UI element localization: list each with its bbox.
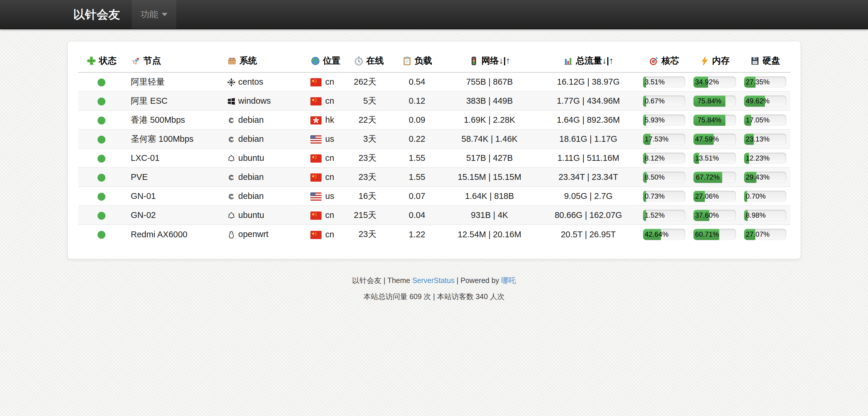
network-cell: 517B | 427B	[441, 149, 538, 168]
network-cell: 1.69K | 2.28K	[441, 111, 538, 129]
footer-site-name: 以针会友	[352, 276, 381, 285]
node-name-cell: 阿里 ESC	[125, 91, 213, 111]
cpu-usage-label: 42.64%	[643, 229, 670, 240]
disk-cell: 23.13%	[740, 129, 790, 149]
location-cell: cn	[297, 91, 345, 111]
footer: 以针会友 | Theme ServerStatus | Powered by 哪…	[0, 276, 868, 301]
traffic-light-icon	[469, 56, 479, 66]
column-header-label: 节点	[144, 56, 161, 65]
stopwatch-icon	[354, 56, 364, 66]
location-code: us	[326, 191, 335, 201]
ram-usage-bar: 34.92%	[693, 77, 736, 88]
ram-usage-label: 75.84%	[693, 95, 726, 107]
cn-flag-icon	[310, 173, 321, 182]
rocket-icon	[131, 56, 141, 66]
load-cell: 0.09	[393, 111, 441, 129]
traffic-cell: 23.34T | 23.34T	[538, 168, 639, 187]
cpu-usage-bar: 17.53%	[643, 133, 685, 145]
column-header-load: 负载	[393, 49, 441, 72]
os-name: debian	[238, 191, 264, 201]
server-row[interactable]: Redmi AX6000openwrtcn23天1.2212.54M | 20.…	[78, 225, 790, 244]
disk-usage-label: 49.62%	[744, 95, 771, 107]
status-dot-online	[97, 212, 105, 220]
ram-usage-label: 60.71%	[693, 229, 721, 240]
disk-usage-bar: 12.23%	[744, 153, 786, 164]
load-cell: 0.12	[393, 91, 441, 111]
os-cell: ubuntu	[213, 149, 297, 168]
cpu-usage-label: 8.12%	[643, 153, 666, 164]
os-name: windows	[238, 96, 271, 106]
server-row[interactable]: PVEdebiancn23天1.5515.15M | 15.15M23.34T …	[78, 168, 790, 187]
location-code: cn	[326, 153, 335, 162]
os-cell: debian	[213, 168, 297, 187]
server-row[interactable]: 香港 500Mbpsdebianhk22天0.091.69K | 2.28K1.…	[78, 111, 790, 129]
clover-icon	[86, 56, 96, 66]
location-code: cn	[326, 172, 335, 182]
ram-cell: 47.59%	[689, 129, 740, 149]
network-cell: 383B | 449B	[441, 91, 538, 111]
cpu-usage-bar: 8.12%	[643, 153, 685, 164]
disk-cell: 12.23%	[740, 149, 790, 168]
brand-title[interactable]: 以针会友	[73, 0, 120, 29]
server-row[interactable]: GN-01debianus16天0.071.64K | 818B9.05G | …	[78, 187, 790, 206]
node-name-cell: 圣何塞 100Mbps	[125, 129, 213, 149]
traffic-cell: 1.77G | 434.96M	[538, 91, 639, 111]
cpu-cell: 1.52%	[639, 206, 689, 225]
status-cell	[78, 187, 125, 206]
traffic-cell: 1.11G | 511.16M	[538, 149, 639, 168]
clipboard-icon	[402, 56, 412, 66]
column-header-label: 硬盘	[763, 56, 780, 65]
lightning-icon	[700, 56, 710, 66]
location-cell: us	[297, 187, 345, 206]
ram-cell: 60.71%	[689, 225, 740, 244]
footer-visit-stats: 本站总访问量 609 次 | 本站访客数 340 人次	[0, 292, 868, 301]
disk-usage-bar: 49.62%	[744, 95, 786, 107]
uptime-cell: 3天	[345, 129, 393, 149]
server-row[interactable]: LXC-01ubuntucn23天1.55517B | 427B1.11G | …	[78, 149, 790, 168]
status-dot-online	[97, 231, 105, 239]
cpu-usage-label: 0.67%	[643, 95, 666, 107]
ram-usage-bar: 13.51%	[693, 153, 736, 164]
status-cell	[78, 206, 125, 225]
server-table: 状态节点系统位置在线负载网络↓|↑总流量↓|↑核芯内存硬盘 阿里轻量centos…	[78, 49, 790, 244]
cpu-cell: 42.64%	[639, 225, 689, 244]
debian-icon	[227, 116, 236, 125]
disk-cell: 29.43%	[740, 168, 790, 187]
disk-usage-label: 8.98%	[744, 210, 768, 221]
load-cell: 0.04	[393, 206, 441, 225]
ram-usage-bar: 37.60%	[693, 210, 736, 221]
traffic-cell: 20.5T | 26.95T	[538, 225, 639, 244]
uptime-cell: 5天	[345, 91, 393, 111]
column-header-disk: 硬盘	[740, 49, 790, 72]
powered-by-link[interactable]: 哪吒	[501, 276, 516, 285]
ram-cell: 13.51%	[689, 149, 740, 168]
server-row[interactable]: 阿里轻量centoscn262天0.54755B | 867B16.12G | …	[78, 72, 790, 91]
card-box-icon	[227, 56, 237, 66]
status-cell	[78, 72, 125, 91]
location-cell: us	[297, 129, 345, 149]
ram-cell: 27.06%	[689, 187, 740, 206]
theme-link[interactable]: ServerStatus	[412, 276, 455, 285]
network-cell: 15.15M | 15.15M	[441, 168, 538, 187]
hk-flag-icon	[310, 116, 321, 124]
debian-icon	[227, 192, 236, 201]
os-name: ubuntu	[238, 210, 265, 220]
status-dot-online	[97, 174, 105, 182]
column-header-label: 网络↓|↑	[482, 56, 510, 65]
status-cell	[78, 111, 125, 129]
menu-dropdown[interactable]: 功能	[132, 0, 176, 29]
ram-usage-bar: 75.84%	[693, 95, 736, 107]
location-cell: cn	[297, 72, 345, 91]
server-row[interactable]: 阿里 ESCwindowscn5天0.12383B | 449B1.77G | …	[78, 91, 790, 111]
server-row[interactable]: GN-02ubuntucn215天0.04931B | 4K80.66G | 1…	[78, 206, 790, 225]
cpu-usage-bar: 42.64%	[643, 229, 685, 240]
disk-usage-label: 27.07%	[744, 229, 771, 240]
status-dot-online	[97, 136, 105, 144]
dart-icon	[649, 56, 659, 66]
server-row[interactable]: 圣何塞 100Mbpsdebianus3天0.2258.74K | 1.46K1…	[78, 129, 790, 149]
cpu-usage-label: 0.73%	[643, 191, 666, 202]
ubuntu-icon	[227, 211, 236, 220]
ram-usage-label: 67.72%	[693, 172, 722, 183]
us-flag-icon	[310, 135, 321, 144]
ram-usage-bar: 27.06%	[693, 191, 736, 202]
